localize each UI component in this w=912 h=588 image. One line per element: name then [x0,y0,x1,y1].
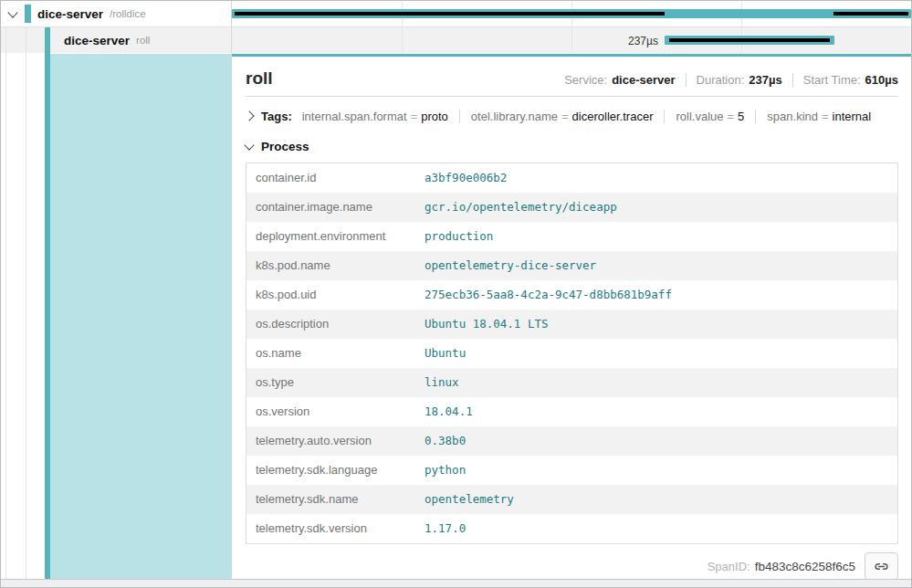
tag-equals: = [411,110,418,123]
jaeger-span-detail-view: dice-server /rolldice dice-server roll 2… [0,0,912,588]
process-table-row: k8s.pod.nameopentelemetry-dice-server [246,251,898,280]
process-key: telemetry.sdk.language [246,456,416,485]
collapse-chevron-icon[interactable] [7,7,17,17]
process-table-row: telemetry.sdk.nameopentelemetry [246,485,898,514]
span-duration-label: 237µs [628,35,658,47]
process-key: k8s.pod.uid [246,280,416,310]
process-value: Ubuntu 18.04.1 LTS [415,310,898,339]
tags-accordion[interactable]: Tags: internal.span.format=protootel.lib… [246,108,898,124]
tags-label[interactable]: Tags: [261,110,292,123]
process-value: production [415,222,898,251]
process-value: a3bf90e006b2 [415,163,898,194]
chevron-down-icon[interactable] [244,140,254,150]
process-table-row: deployment.environmentproduction [246,222,898,251]
tag-equals: = [561,110,569,123]
process-key: deployment.environment [246,222,416,251]
start-time-label: Start Time: [803,73,861,87]
tag-key: otel.library.name [471,110,558,123]
process-value: Ubuntu [415,339,898,368]
tag-item: span.kind=internal [767,110,871,123]
meta-separator [792,73,793,87]
tags-list: internal.span.format=protootel.library.n… [292,110,872,123]
process-table-row: container.ida3bf90e006b2 [246,163,898,194]
tag-equals: = [822,110,829,123]
operation-name: roll [136,35,150,46]
tag-value: internal [833,110,872,123]
detail-footer: SpanID: fb483c8c6258f6c5 [246,552,898,579]
process-key: telemetry.sdk.name [246,485,416,514]
tree-indent-guide [26,27,26,579]
process-table-row: os.nameUbuntu [246,339,898,368]
process-key: os.name [246,339,416,368]
bottom-strip [1,579,911,587]
tag-value: 5 [738,110,744,123]
process-value: linux [415,368,898,397]
process-table-row: telemetry.auto.version0.38b0 [246,426,898,456]
span-tree-cell[interactable]: dice-server roll [1,27,232,53]
span-detail-panel: roll Service: dice-server Duration: 237µ… [232,54,911,579]
duration-value: 237µs [749,73,781,87]
process-key: os.type [246,368,416,397]
tag-value: proto [421,110,448,123]
process-value: 0.38b0 [415,426,898,456]
tag-key: roll.value [676,110,723,123]
spanid-label: SpanID: [708,560,750,573]
process-key: k8s.pod.name [246,251,416,280]
process-key: telemetry.sdk.version [246,514,416,544]
timeline-gridline [571,27,572,53]
process-value: python [415,456,898,485]
meta-separator [686,73,687,87]
process-value: 18.04.1 [415,397,898,426]
process-accordion[interactable]: Process [246,138,898,154]
critical-path-segment [235,12,665,16]
tag-separator [664,110,665,123]
tag-equals: = [728,110,735,123]
process-key: os.description [246,310,416,339]
span-row-rolldice[interactable]: dice-server /rolldice [1,1,911,27]
span-meta: Service: dice-server Duration: 237µs Sta… [564,73,898,87]
header-divider [246,96,898,97]
process-value: gcr.io/opentelemetry/diceapp [415,193,898,222]
process-table-row: telemetry.sdk.languagepython [246,456,898,485]
process-label[interactable]: Process [261,140,309,153]
process-value: opentelemetry-dice-server [415,251,898,280]
start-time-value: 610µs [865,73,898,87]
chevron-right-icon[interactable] [244,110,254,121]
process-value: 275ecb36-5aa8-4c2a-9c47-d8bb681b9aff [415,280,898,310]
process-table-row: container.image.namegcr.io/opentelemetry… [246,193,898,222]
timeline-cell[interactable] [232,1,911,26]
link-icon [874,559,889,574]
span-tree-cell[interactable]: dice-server /rolldice [1,1,232,26]
tag-key: internal.span.format [302,110,407,123]
tag-item: otel.library.name=diceroller.tracer [471,110,654,123]
tag-key: span.kind [767,110,818,123]
critical-path-segment [833,12,908,16]
tag-separator [459,110,460,123]
process-key: container.image.name [246,193,416,222]
process-value: opentelemetry [415,485,898,514]
process-table-row: telemetry.sdk.version1.17.0 [246,514,898,544]
service-name: dice-server [64,34,130,47]
process-table-body: container.ida3bf90e006b2container.image.… [246,163,898,544]
critical-path-segment [669,38,830,42]
process-key: telemetry.auto.version [246,426,416,456]
timeline-cell[interactable]: 237µs [232,27,911,53]
spanid-value: fb483c8c6258f6c5 [755,560,855,573]
span-title: roll [246,68,273,89]
process-table: container.ida3bf90e006b2container.image.… [246,163,898,544]
service-value: dice-server [612,73,675,87]
tag-item: internal.span.format=proto [302,110,448,123]
tag-separator [755,110,756,123]
service-color-swatch [25,5,31,23]
tag-value: diceroller.tracer [572,110,654,123]
timeline-gridline [402,27,403,53]
process-table-row: os.descriptionUbuntu 18.04.1 LTS [246,310,898,339]
span-row-roll[interactable]: dice-server roll 237µs [1,27,911,53]
operation-name: /rolldice [110,8,146,19]
process-key: os.version [246,397,416,426]
detail-header: roll Service: dice-server Duration: 237µ… [246,68,898,89]
process-table-row: k8s.pod.uid275ecb36-5aa8-4c2a-9c47-d8bb6… [246,280,898,310]
process-table-row: os.version18.04.1 [246,397,898,426]
copy-span-link-button[interactable] [865,552,898,579]
tree-indent-guide [5,27,6,579]
